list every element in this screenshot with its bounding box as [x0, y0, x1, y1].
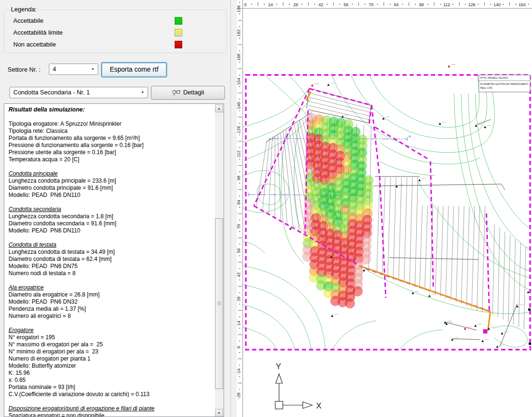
results-line [9, 113, 208, 120]
legend-color-swatch [175, 41, 182, 48]
results-line: Modello: PEAD PN6 DN110 [9, 227, 208, 234]
svg-text:-28: -28 [237, 392, 241, 398]
svg-text:196: 196 [237, 5, 241, 12]
results-line: Tipologia erogatore: A Spruzzo/ Minispri… [9, 120, 208, 128]
results-line: Lunghezza condotta principale = 233.6 [m… [9, 177, 208, 185]
svg-text:84: 84 [237, 200, 241, 204]
legend-item-label: Accettabilità limite [13, 29, 63, 36]
svg-text:140: 140 [494, 2, 501, 7]
svg-text:84: 84 [394, 2, 399, 7]
pipe-select-value: Condotta Secondaria - Nr. 1 [13, 89, 90, 96]
results-line: Modello: PEAD PN6 DN32 [9, 298, 208, 306]
results-line: N° massimo di erogatori per ala = 25 [9, 341, 208, 348]
results-line: Diametro condotta di testata = 62.4 [mm] [9, 256, 208, 263]
results-line: Erogatore [9, 327, 208, 334]
results-line [9, 277, 208, 284]
scroll-up-button[interactable]: ▲ [215, 104, 223, 112]
results-line: Diametro condotta secondaria = 91.6 [mm] [9, 220, 208, 227]
legend-item-label: Accettabile [13, 17, 44, 24]
legend-color-swatch [175, 17, 182, 25]
svg-text:14: 14 [268, 2, 273, 7]
svg-text:42: 42 [237, 272, 241, 277]
results-line: Lunghezza condotta di testata = 34.49 [m… [9, 249, 208, 256]
export-rtf-button[interactable]: Esporta come rtf [101, 62, 167, 77]
title-block-title: PLANIMETRIA QUOTATA DEI TERRAZZAMENTI [480, 83, 528, 85]
results-line: Numero nodi di testata = 8 [9, 270, 208, 277]
results-line: N° minimo di erogatori per ala = 23 [9, 348, 208, 355]
map-view[interactable]: 0142842567084981121261401541961821681541… [237, 0, 532, 417]
results-line: Pressione utente alla sorgente = 0.16 [b… [9, 149, 208, 156]
cad-canvas[interactable]: 0142842567084981121261401541961821681541… [237, 0, 532, 417]
svg-text:56: 56 [344, 2, 348, 7]
results-line [9, 199, 208, 206]
sector-select-value: 4 [53, 65, 56, 73]
svg-text:182: 182 [237, 29, 241, 37]
section-label-a1: A [269, 137, 271, 140]
svg-text:112: 112 [237, 150, 241, 157]
svg-text:0: 0 [244, 2, 246, 7]
axis-y-label: Y [276, 362, 281, 371]
results-line: Ala erogatrice [9, 284, 208, 291]
results-scrollbar[interactable]: ▲ ▼ [215, 104, 223, 417]
results-line: Pressione di funzionamento alla sorgente… [9, 142, 208, 149]
svg-text:28: 28 [237, 297, 241, 301]
results-line: Spaziatura erogatori = non disponibile [9, 412, 208, 417]
svg-text:56: 56 [237, 248, 241, 253]
svg-text:0: 0 [237, 346, 241, 348]
results-line: Tipologia rete: Classica [9, 128, 208, 135]
left-ruler [237, 8, 243, 417]
results-line: Numero ali erogatrici = 8 [9, 313, 208, 320]
chevron-down-icon: ▼ [141, 91, 144, 94]
legend-item-label: Non accettabile [13, 41, 56, 48]
title-block-scale: Rapp. 1:200 [480, 87, 492, 89]
details-button[interactable]: Dettagli [151, 86, 225, 100]
svg-text:-14: -14 [237, 368, 241, 374]
results-line: K: 15.96 [9, 370, 208, 377]
legend-item: Non accettabile [13, 41, 217, 48]
results-line: N° erogatori = 195 [9, 334, 208, 341]
results-line: Pendenza media ali = 1.37 [%] [9, 306, 208, 313]
results-line: Temperatura acqua = 20 [C] [9, 156, 208, 163]
title-block: DITTA: RANDELLI SILVANA PLANIMETRIA QUOT… [479, 75, 530, 92]
results-line: Modello: Butterfly atomizer [9, 362, 208, 370]
results-line: C.V.(Coefficiente di variazione dovuto a… [9, 391, 208, 398]
results-line [9, 234, 208, 241]
glasses-icon [172, 89, 181, 96]
results-line [9, 163, 208, 170]
results-line [9, 398, 208, 405]
results-line: Portata nominale = 93 [l/h] [9, 384, 208, 391]
svg-text:28: 28 [293, 2, 298, 7]
results-line: Condotta secondaria [9, 206, 208, 213]
legend-color-swatch [175, 29, 182, 37]
sector-select[interactable]: 4 ▼ [49, 64, 98, 75]
legend-item: Accettabilità limite [13, 29, 217, 37]
svg-text:42: 42 [318, 2, 323, 7]
svg-text:154: 154 [519, 2, 526, 7]
svg-text:112: 112 [443, 2, 450, 7]
scrollbar-grip [217, 302, 221, 305]
details-button-label: Dettagli [183, 89, 204, 96]
results-line [9, 320, 208, 327]
results-line: Diametro condotta principale = 91.6 [mm] [9, 185, 208, 192]
pipe-select[interactable]: Condotta Secondaria - Nr. 1 ▼ [9, 87, 148, 98]
chevron-down-icon: ▼ [91, 67, 94, 71]
svg-text:140: 140 [237, 102, 241, 109]
results-line: Diametro ala erogatrice = 26.8 [mm] [9, 291, 208, 298]
results-line: Disposizione erogatori/punti di erogazio… [9, 405, 208, 412]
drawing-area[interactable] [243, 8, 532, 417]
svg-text:126: 126 [237, 126, 241, 133]
sector-label: Settore Nr. : [8, 66, 40, 73]
scroll-down-button[interactable]: ▼ [215, 409, 223, 417]
results-line: Modello: PEAD PN6 DN110 [9, 192, 208, 199]
results-textarea[interactable]: Risultati della simulazione:Tipologia er… [4, 103, 224, 417]
top-ruler [237, 0, 532, 8]
title-block-company: DITTA: RANDELLI SILVANA [480, 77, 508, 79]
svg-text:126: 126 [468, 2, 476, 7]
svg-text:70: 70 [369, 2, 373, 7]
acceptability-heatmap [302, 113, 373, 308]
scrollbar-thumb[interactable] [215, 218, 223, 389]
results-line: Condotta principale [9, 170, 208, 177]
results-line: Modello: PEAD PN6 DN75 [9, 263, 208, 270]
legend-item: Accettabile [13, 17, 217, 25]
results-line: x: 0.65 [9, 377, 208, 384]
